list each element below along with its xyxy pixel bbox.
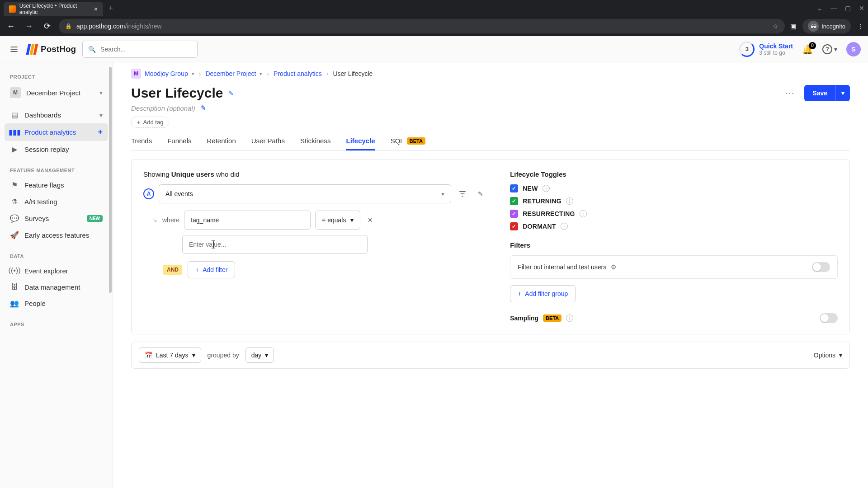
browser-tab[interactable]: User Lifecycle • Product analytic × <box>4 2 103 16</box>
sidebar-heading-project: PROJECT <box>5 70 108 83</box>
options-button[interactable]: Options ▾ <box>814 352 842 359</box>
date-range-selector[interactable]: 📅 Last 7 days ▾ <box>139 347 201 363</box>
help-button[interactable]: ? ▾ <box>822 44 837 54</box>
toggle-returning[interactable]: ✓ RETURNING i <box>510 197 838 205</box>
info-icon[interactable]: i <box>542 185 550 192</box>
save-button[interactable]: Save ▾ <box>804 85 850 101</box>
sidebar-item-event-explorer[interactable]: ((•)) Event explorer <box>5 263 108 279</box>
sidebar-item-dashboards[interactable]: ▤ Dashboards ▾ <box>5 107 108 123</box>
incognito-badge[interactable]: 🕶 Incognito <box>802 19 851 33</box>
chat-icon: 💬 <box>10 214 19 223</box>
back-button[interactable]: ← <box>5 20 17 33</box>
event-selector[interactable]: All events ▾ <box>159 184 451 203</box>
tab-sql[interactable]: SQL BETA <box>391 132 425 150</box>
info-icon[interactable]: i <box>561 223 568 230</box>
chevron-down-icon[interactable]: ⌄ <box>817 5 822 12</box>
hamburger-icon <box>9 45 19 54</box>
group-unit-selector[interactable]: day ▾ <box>245 347 274 363</box>
logo-text: PostHog <box>41 44 76 54</box>
info-icon[interactable]: i <box>566 314 573 322</box>
add-filter-group-button[interactable]: + Add filter group <box>510 285 576 302</box>
tab-stickiness[interactable]: Stickiness <box>300 132 331 150</box>
new-tab-button[interactable]: + <box>108 4 113 13</box>
save-dropdown-icon[interactable]: ▾ <box>835 85 850 101</box>
notification-count: 0 <box>809 42 816 49</box>
tab-close-icon[interactable]: × <box>94 5 98 13</box>
edit-icon[interactable]: ✎ <box>474 187 487 201</box>
bar-chart-icon: ▮▮▮ <box>10 128 19 136</box>
sidebar-item-surveys[interactable]: 💬 Surveys NEW <box>5 210 108 227</box>
info-icon[interactable]: i <box>566 197 573 205</box>
tab-user-paths[interactable]: User Paths <box>251 132 285 150</box>
tab-trends[interactable]: Trends <box>131 132 152 150</box>
toggle-resurrecting[interactable]: ✓ RESURRECTING i <box>510 210 838 218</box>
browser-menu-icon[interactable]: ⋮ <box>857 23 863 30</box>
flask-icon: ⚗ <box>10 197 19 206</box>
chevron-down-icon: ▾ <box>265 352 268 359</box>
sidebar-item-data-management[interactable]: 🗄 Data management <box>5 279 108 295</box>
toggle-new[interactable]: ✓ NEW i <box>510 184 838 192</box>
gear-icon[interactable]: ⚙ <box>611 263 617 271</box>
plus-icon[interactable]: + <box>98 127 103 137</box>
crumb-section[interactable]: Product analytics <box>274 70 322 77</box>
beta-badge: BETA <box>543 314 561 322</box>
sidebar-item-ab-testing[interactable]: ⚗ A/B testing <box>5 193 108 210</box>
url-field[interactable]: 🔒 app.posthog.com/insights/new ☆ <box>59 19 785 33</box>
internal-users-toggle[interactable] <box>812 262 830 272</box>
crumb-project[interactable]: December Project ▾ <box>205 70 262 77</box>
property-selector[interactable]: tag_name <box>184 211 311 230</box>
operator-selector[interactable]: = equals ▾ <box>315 211 360 230</box>
close-window-icon[interactable]: ✕ <box>859 5 864 12</box>
reload-button[interactable]: ⟳ <box>41 20 53 33</box>
edit-title-icon[interactable]: ✎ <box>228 89 234 97</box>
tab-retention[interactable]: Retention <box>207 132 236 150</box>
chevron-down-icon: ▾ <box>834 46 837 53</box>
toggle-dormant[interactable]: ✓ DORMANT i <box>510 222 838 230</box>
description-placeholder[interactable]: Description (optional) <box>131 104 195 112</box>
plus-icon: + <box>137 119 141 126</box>
sidebar-item-early-access[interactable]: 🚀 Early access features <box>5 227 108 244</box>
app-header: PostHog 🔍 3 Quick Start 3 still to go 🔔 … <box>0 36 868 62</box>
forward-button[interactable]: → <box>23 20 35 33</box>
add-filter-button[interactable]: + Add filter <box>188 261 235 278</box>
info-icon[interactable]: i <box>580 210 587 217</box>
url-path: /insights/new <box>125 23 161 30</box>
global-search[interactable]: 🔍 <box>82 41 198 58</box>
scrollbar-thumb[interactable] <box>109 67 112 293</box>
filter-value-input[interactable] <box>182 235 368 254</box>
tab-lifecycle[interactable]: Lifecycle <box>346 132 375 150</box>
logo[interactable]: PostHog <box>27 44 76 55</box>
add-tag-button[interactable]: + Add tag <box>131 117 169 128</box>
crumb-org[interactable]: M Moodjoy Group ▾ <box>131 69 194 79</box>
minimize-icon[interactable]: ― <box>830 5 837 12</box>
panel-icon[interactable]: ▣ <box>790 23 796 30</box>
maximize-icon[interactable]: ▢ <box>845 5 851 12</box>
sidebar-item-feature-flags[interactable]: ⚑ Feature flags <box>5 177 108 193</box>
bookmark-star-icon[interactable]: ☆ <box>773 23 778 30</box>
more-menu-button[interactable]: ⋯ <box>781 85 799 101</box>
search-input[interactable] <box>100 46 192 53</box>
filter-icon[interactable] <box>456 187 469 201</box>
quickstart-title: Quick Start <box>759 42 793 50</box>
edit-description-icon[interactable]: ✎ <box>200 104 206 112</box>
sidebar-item-people[interactable]: 👥 People <box>5 295 108 312</box>
browser-tab-bar: User Lifecycle • Product analytic × + ⌄ … <box>0 0 868 16</box>
tab-funnels[interactable]: Funnels <box>167 132 191 150</box>
notifications-button[interactable]: 🔔 0 <box>802 44 813 55</box>
series-letter: A <box>143 188 154 199</box>
sidebar-item-session-replay[interactable]: ▶ Session replay <box>5 141 108 158</box>
sampling-toggle[interactable] <box>820 313 838 323</box>
beta-badge: BETA <box>407 137 425 145</box>
menu-toggle[interactable] <box>7 42 21 56</box>
project-name: December Project <box>26 89 80 97</box>
sidebar-project-selector[interactable]: M December Project ▾ <box>5 83 108 102</box>
sidebar-item-label: Surveys <box>24 215 49 222</box>
search-icon: 🔍 <box>88 46 96 53</box>
sidebar-item-label: People <box>24 300 46 307</box>
remove-filter-icon[interactable]: × <box>368 216 373 225</box>
quickstart-widget[interactable]: 3 Quick Start 3 still to go <box>739 42 793 57</box>
content-area: M Moodjoy Group ▾ › December Project ▾ ›… <box>113 62 868 488</box>
user-menu[interactable]: S <box>846 42 861 56</box>
sidebar-item-product-analytics[interactable]: ▮▮▮ Product analytics + <box>5 123 108 141</box>
sidebar-item-label: Session replay <box>24 145 69 153</box>
